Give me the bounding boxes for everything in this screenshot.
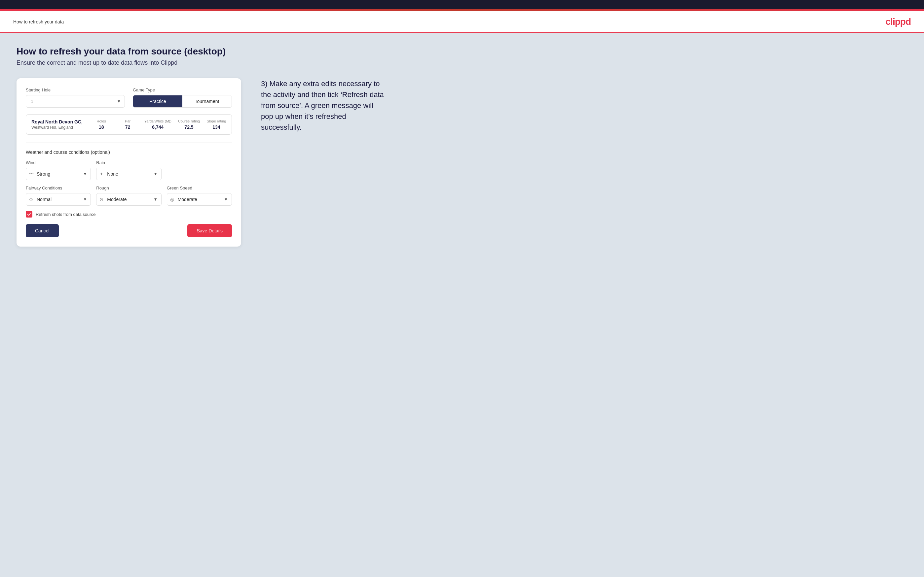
holes-stat: Holes 18 [92,119,111,130]
starting-hole-group: Starting Hole 1 10 ▼ [26,87,125,108]
starting-hole-select-wrapper: 1 10 ▼ [26,95,125,108]
main-content: How to refresh your data from source (de… [0,33,924,577]
starting-hole-select[interactable]: 1 10 [26,95,125,108]
green-select[interactable]: Moderate Slow Fast [167,193,232,206]
form-card: Starting Hole 1 10 ▼ Game Type Practice … [16,78,241,247]
fairway-select-wrapper: ⊙ Normal Soft Hard ▼ [26,193,91,206]
course-rating-stat: Course rating 72.5 [178,119,200,130]
page-subtitle: Ensure the correct and most up to date d… [16,60,908,66]
rough-select[interactable]: Moderate Light Heavy [96,193,161,206]
yards-value: 6,744 [144,124,171,130]
rough-select-wrapper: ⊙ Moderate Light Heavy ▼ [96,193,161,206]
refresh-checkbox[interactable] [26,211,32,218]
course-name-block: Royal North Devon GC, Westward Ho!, Engl… [31,119,85,130]
rough-label: Rough [96,185,161,190]
rough-group: Rough ⊙ Moderate Light Heavy ▼ [96,185,161,206]
course-rating-label: Course rating [178,119,200,123]
green-label: Green Speed [167,185,232,190]
refresh-checkbox-row: Refresh shots from data source [26,211,232,218]
logo: clippd [886,16,911,27]
wind-group: Wind 〜 Strong Mild None ▼ [26,160,91,180]
instructions-panel: 3) Make any extra edits necessary to the… [261,78,386,133]
wind-select[interactable]: Strong Mild None [26,168,91,180]
fairway-label: Fairway Conditions [26,185,91,190]
breadcrumb: How to refresh your data [13,19,64,24]
page-title: How to refresh your data from source (de… [16,46,908,57]
rain-select[interactable]: None Light Heavy [96,168,161,180]
course-location: Westward Ho!, England [31,125,85,130]
course-info-row: Royal North Devon GC, Westward Ho!, Engl… [26,114,232,135]
green-group: Green Speed ◎ Moderate Slow Fast ▼ [167,185,232,206]
starting-hole-label: Starting Hole [26,87,125,92]
button-row: Cancel Save Details [26,224,232,237]
wind-select-wrapper: 〜 Strong Mild None ▼ [26,168,91,180]
wind-rain-row: Wind 〜 Strong Mild None ▼ Rain ✦ [26,160,232,180]
top-row: Starting Hole 1 10 ▼ Game Type Practice … [26,87,232,108]
par-stat: Par 72 [118,119,138,130]
divider [26,143,232,143]
green-select-wrapper: ◎ Moderate Slow Fast ▼ [167,193,232,206]
par-value: 72 [118,124,138,130]
holes-label: Holes [92,119,111,123]
instruction-text: 3) Make any extra edits necessary to the… [261,78,386,133]
header: How to refresh your data clippd [0,11,924,33]
fairway-group: Fairway Conditions ⊙ Normal Soft Hard ▼ [26,185,91,206]
tournament-button[interactable]: Tournament [183,95,232,107]
top-bar [0,0,924,9]
rain-select-wrapper: ✦ None Light Heavy ▼ [96,168,161,180]
course-name: Royal North Devon GC, [31,119,85,124]
conditions-heading: Weather and course conditions (optional) [26,150,232,155]
rain-label: Rain [96,160,161,165]
wind-label: Wind [26,160,91,165]
game-type-buttons: Practice Tournament [133,95,232,108]
course-rating-value: 72.5 [178,124,200,130]
yards-stat: Yards/White (M)) 6,744 [144,119,171,130]
save-button[interactable]: Save Details [187,224,232,237]
holes-value: 18 [92,124,111,130]
par-label: Par [118,119,138,123]
refresh-label: Refresh shots from data source [36,212,95,217]
practice-button[interactable]: Practice [133,95,183,107]
slope-value: 134 [207,124,226,130]
yards-label: Yards/White (M)) [144,119,171,123]
game-type-group: Game Type Practice Tournament [133,87,232,108]
rain-group: Rain ✦ None Light Heavy ▼ [96,160,161,180]
fairway-rough-green-row: Fairway Conditions ⊙ Normal Soft Hard ▼ … [26,185,232,206]
game-type-label: Game Type [133,87,232,92]
cancel-button[interactable]: Cancel [26,224,59,237]
slope-stat: Slope rating 134 [207,119,226,130]
fairway-select[interactable]: Normal Soft Hard [26,193,91,206]
content-area: Starting Hole 1 10 ▼ Game Type Practice … [16,78,908,247]
slope-label: Slope rating [207,119,226,123]
